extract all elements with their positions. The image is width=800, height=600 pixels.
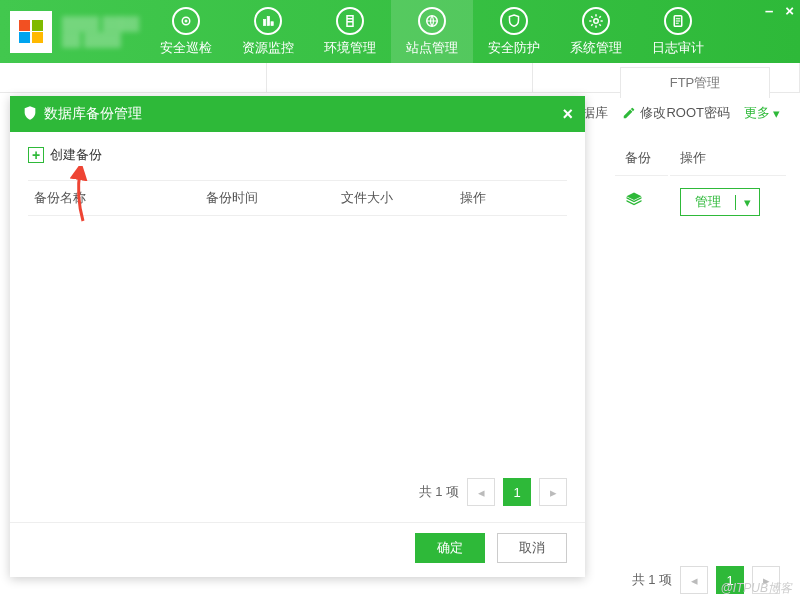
manage-table: 备份 操作 管理 ▾	[613, 139, 788, 228]
col-name: 备份名称	[28, 181, 200, 216]
nav-site[interactable]: 站点管理	[391, 0, 473, 63]
create-backup-label: 创建备份	[50, 146, 102, 164]
backup-dialog: 数据库备份管理 × + 创建备份 备份名称 备份时间 文件大小 操作	[10, 96, 585, 577]
monitor-icon	[254, 7, 282, 35]
nav-scan[interactable]: 安全巡检	[145, 0, 227, 63]
more-dropdown[interactable]: 更多 ▾	[744, 104, 780, 122]
nav-monitor[interactable]: 资源监控	[227, 0, 309, 63]
svg-rect-2	[264, 19, 266, 25]
dialog-pagination: 共 1 项 ◂ 1 ▸	[10, 468, 585, 523]
top-nav: 安全巡检资源监控环境管理站点管理安全防护系统管理日志审计	[145, 0, 800, 63]
shield-icon	[22, 105, 38, 124]
site-icon	[418, 7, 446, 35]
col-time: 备份时间	[200, 181, 335, 216]
nav-log[interactable]: 日志审计	[637, 0, 719, 63]
shield-icon	[500, 7, 528, 35]
dlg-page-current[interactable]: 1	[503, 478, 531, 506]
table-body-empty	[28, 216, 567, 468]
edit-icon	[622, 106, 636, 120]
ok-button[interactable]: 确定	[415, 533, 485, 563]
plus-icon: +	[28, 147, 44, 163]
svg-point-9	[594, 18, 599, 23]
svg-rect-4	[271, 21, 273, 25]
col-op: 操作	[454, 181, 567, 216]
col-operate: 操作	[670, 141, 786, 176]
dlg-page-prev[interactable]: ◂	[467, 478, 495, 506]
manage-button[interactable]: 管理 ▾	[680, 188, 760, 216]
annotation-arrow	[68, 166, 98, 226]
svg-rect-3	[268, 16, 270, 25]
app-logo	[10, 11, 52, 53]
edit-root-password[interactable]: 修改ROOT密码	[622, 104, 730, 122]
stack-icon	[625, 195, 643, 212]
watermark: @ITPUB博客	[720, 580, 792, 597]
env-icon	[336, 7, 364, 35]
create-backup-button[interactable]: + 创建备份	[28, 146, 567, 164]
caret-down-icon[interactable]: ▾	[735, 195, 759, 210]
caret-down-icon: ▾	[773, 106, 780, 121]
brand-text: ████ ██████ ████	[62, 16, 145, 47]
total-count: 共 1 项	[632, 571, 672, 589]
dlg-total: 共 1 项	[419, 483, 459, 501]
nav-system[interactable]: 系统管理	[555, 0, 637, 63]
edit-root-label: 修改ROOT密码	[640, 104, 730, 122]
svg-point-1	[185, 19, 187, 21]
scan-icon	[172, 7, 200, 35]
dialog-title: 数据库备份管理	[44, 105, 142, 123]
cancel-button[interactable]: 取消	[497, 533, 567, 563]
system-icon	[582, 7, 610, 35]
log-icon	[664, 7, 692, 35]
nav-env[interactable]: 环境管理	[309, 0, 391, 63]
col-size: 文件大小	[335, 181, 454, 216]
dlg-page-next[interactable]: ▸	[539, 478, 567, 506]
col-backup: 备份	[615, 141, 668, 176]
table-row: 管理 ▾	[615, 178, 786, 226]
nav-shield[interactable]: 安全防护	[473, 0, 555, 63]
close-window-button[interactable]: ×	[785, 2, 794, 19]
page-prev[interactable]: ◂	[680, 566, 708, 594]
minimize-button[interactable]: –	[765, 2, 773, 19]
close-icon[interactable]: ×	[562, 104, 573, 125]
